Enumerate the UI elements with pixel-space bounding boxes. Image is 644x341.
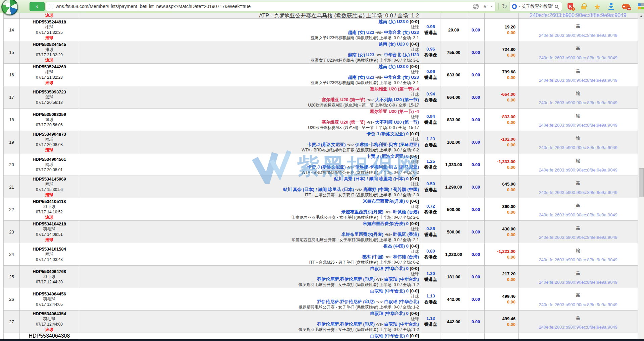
baidu-search-icon[interactable] <box>512 4 517 9</box>
matchup-line: 塞尔维亚 U20 (第一节) -vs- 大不列颠 U20 (第一节) <box>322 120 419 125</box>
bet-type: 让球 <box>411 226 419 232</box>
bookmark-star-icon[interactable]: ★ <box>482 4 487 9</box>
bettor-ip: 240e:fe:2603:b900:90ec:8f8e:9e9a:9049 <box>539 78 617 83</box>
row-number: 25 <box>4 266 20 288</box>
bet-id: HDP5534904873 <box>33 132 66 137</box>
table-row: 24HDP5534101584网球07/17 14:03:43崔杰 (中国) 0… <box>4 243 638 266</box>
bet-table-body: 14HDP5535244918排球07/17 21:32:35滚球越南 (女) … <box>4 19 638 333</box>
odds-value: 0.96 <box>426 24 435 29</box>
row-number: 22 <box>4 198 20 220</box>
pinwheel-icon[interactable] <box>473 4 479 9</box>
bet-time: 07/17 20:08:01 <box>36 167 63 173</box>
selection-score: [0-0] <box>410 64 419 69</box>
row-number: 27 <box>4 311 20 333</box>
sport-label: 排球 <box>45 47 53 52</box>
scrollbar-thumb[interactable] <box>639 168 644 197</box>
lock-icon[interactable] <box>581 6 586 9</box>
match-cell: 越南 (女) U23 0 [0-0]让球越南 (女) U23 -vs- 中华台北… <box>79 19 421 41</box>
refresh-icon[interactable]: ↻ <box>502 3 507 10</box>
page: ‹ wns.fts368.com/Member/Lists/payment_be… <box>0 0 644 341</box>
sport-label: 网球 <box>45 137 53 142</box>
result-secondary: 0.00 <box>507 53 516 58</box>
table-row: 16HDP5535244269排球07/17 21:32:23滚球越南 (女) … <box>4 64 638 86</box>
back-button[interactable]: ‹ <box>30 2 45 11</box>
result-secondary: 0.00 <box>507 277 516 282</box>
odds-cell: 0.96香港盘 <box>421 19 440 41</box>
result-secondary: 0.00 <box>507 30 516 35</box>
vs-label: -vs- <box>376 299 383 304</box>
search-input[interactable]: ▾ 英孚教育外教吸毒 <box>509 2 562 11</box>
address-bar[interactable]: wns.fts368.com/Member/Lists/payment_betL… <box>46 2 495 11</box>
status-cell: 输240e:fe:2603:b900:90ec:8f8e:9e9a:9049 <box>519 131 638 153</box>
match-cell: 白驭珀 (中华台北) 0 [0-0]让球乔伊伦尼萨.乔伊伦尼萨 (印尼) -vs… <box>79 288 421 310</box>
apps-grid-icon[interactable] <box>638 3 644 9</box>
bet-id: HDP5535093723 <box>33 89 66 94</box>
vs-label: -vs- <box>376 322 383 327</box>
chevron-down-icon[interactable]: ▾ <box>491 5 493 8</box>
result-cell: 799.680.00 <box>485 64 519 86</box>
vs-label: -vs- <box>376 277 383 282</box>
away-team: 中华台北 (女) U23 <box>384 52 419 57</box>
stake-cell <box>440 13 467 18</box>
selection-score: [0-0] <box>410 42 419 47</box>
match-cell: 卡贾.J (斯洛文尼亚) 0 [0-0]让球卡贾.J (斯洛文尼亚) -vs- … <box>79 131 421 153</box>
vs-label: -vs- <box>347 165 354 169</box>
odds-value: 1.20 <box>426 271 435 276</box>
match-cell: 越南 (女) U23 0 [0-0]让球越南 (女) U23 -vs- 中华台北… <box>79 41 421 63</box>
search-icon[interactable] <box>555 5 558 8</box>
league-line: 亚洲女子U23锦标赛越南 (局数获胜者) 上半场: 0-0 / 全场: 3-1 <box>311 80 419 85</box>
download-icon[interactable] <box>608 3 614 10</box>
stake-cell: 20.00 <box>440 19 467 41</box>
result-cell: -833.000.00 <box>485 109 519 131</box>
selection-text: 白驭珀 (中华台北) 0 <box>370 311 409 316</box>
search-text: 英孚教育外教吸毒 <box>522 3 553 9</box>
away-team: 大不列颠 U20 (第一节) <box>375 120 419 125</box>
market-type: 香港盘 <box>424 52 437 58</box>
selection-text: 白驭珀 (中华台北) 0 <box>370 266 409 271</box>
status-cell: 输240e:fe:2603:b900:90ec:8f8e:9e9a:9049 <box>519 86 638 108</box>
result-cell: 19.200.00 <box>485 19 519 41</box>
url-text: wns.fts368.com/Member/Lists/payment_betL… <box>56 4 473 9</box>
match-cell: 白驭珀 (中华台北) 0 [0-0]让球乔伊伦尼萨.乔伊伦尼萨 (印尼) -vs… <box>79 266 421 288</box>
vertical-scrollbar[interactable]: ▲ <box>638 13 644 339</box>
status-cell: 赢240e:fe:2603:b900:90ec:8f8e:9e9a:9049 <box>519 266 638 288</box>
scrollbar-up-arrow[interactable]: ▲ <box>638 13 644 19</box>
result-amount: 217.20 <box>502 271 516 276</box>
bet-time: 07/17 12:44:30 <box>36 280 63 285</box>
bet-selection: 塞尔维亚 U20 (第一节) -4 <box>370 109 419 114</box>
away-team: 叶佩延 (香港) <box>393 232 419 237</box>
result-secondary: 0.00 <box>507 299 516 304</box>
home-team: 塞尔维亚 U20 (第一节) <box>322 97 366 102</box>
result-cell: 645.000.00 <box>485 176 519 198</box>
bettor-ip: 240e:fe:2603:b900:90ec:8f8e:9e9a:9049 <box>539 190 617 195</box>
selection-text: 越南 (女) U23 0 <box>378 42 409 47</box>
bet-time: 07/17 12:44:05 <box>36 302 63 307</box>
bettor-ip: 240e:fe:2603:b900:90ec:8f8e:9e9a:9049 <box>539 257 617 262</box>
status-cell: 输240e:fe:2603:b900:90ec:8f8e:9e9a:9049 <box>519 109 638 131</box>
live-badge: 滚球 <box>45 215 53 220</box>
commission-cell: 0.00 <box>467 153 485 176</box>
matchup-line: 乔伊伦尼萨.乔伊伦尼萨 (印尼) -vs- 白驭珀 (中华台北) <box>317 277 419 282</box>
result-secondary: 0.00 <box>507 322 516 327</box>
market-type: 香港盘 <box>424 187 437 193</box>
result-secondary: 0.00 <box>507 97 516 103</box>
favorites-star-icon[interactable]: ★ <box>594 3 600 10</box>
bet-id: HDP5534105118 <box>33 199 66 204</box>
bet-selection: 卡贾.J (斯洛文尼亚) 0 [0-0] <box>367 131 419 137</box>
result-secondary: 0.00 <box>507 142 516 147</box>
bet-time: 07/17 15:30:56 <box>36 187 63 192</box>
result-amount: -833.00 <box>501 114 516 119</box>
league-line: 亚洲女子U23锦标赛越南 (局数获胜者) 上半场: 0-0 / 全场: 3-1 <box>311 58 419 63</box>
home-team: 卡贾.J (斯洛文尼亚) <box>307 164 345 169</box>
away-team: 白驭珀 (中华台北) <box>384 322 419 327</box>
stake-cell: 102.00 <box>440 131 467 153</box>
bet-id: HDP5534064456 <box>33 291 66 296</box>
search-engine-caret-icon[interactable]: ▾ <box>519 5 520 8</box>
stake-cell: 1,290.00 <box>440 176 467 198</box>
bettor-ip: 240e:fe:2603:b900:90ec:8f8e:9e9a:9049 <box>539 280 617 285</box>
games-icon[interactable]: 9+ <box>622 4 630 9</box>
bet-id: HDP5534101584 <box>33 247 66 252</box>
matchup-line: 乔伊伦尼萨.乔伊伦尼萨 (印尼) -vs- 白驭珀 (中华台北) <box>317 299 419 304</box>
bet-type: 让球 <box>411 271 419 277</box>
security-shield-icon[interactable]: K ! <box>568 3 573 10</box>
